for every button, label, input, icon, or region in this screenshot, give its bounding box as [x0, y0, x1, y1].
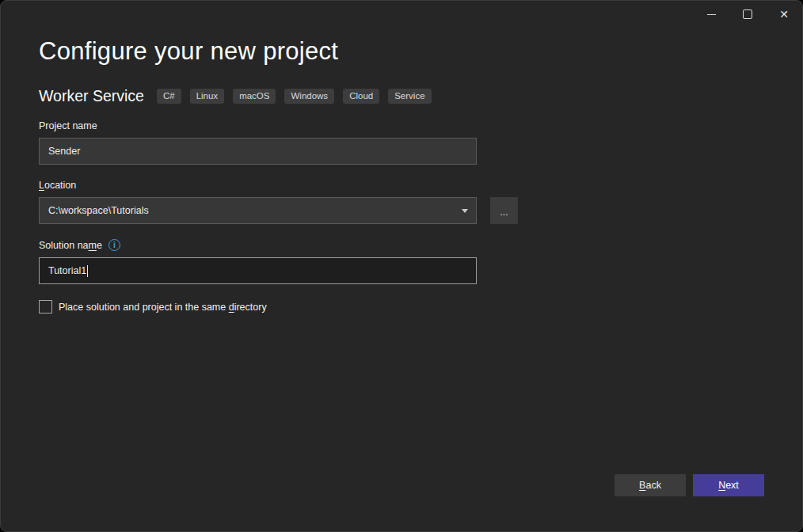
configure-project-dialog: ✕ Configure your new project Worker Serv…: [0, 0, 803, 532]
page-title: Configure your new project: [39, 37, 802, 66]
back-button[interactable]: Back: [615, 474, 686, 496]
location-value: C:\workspace\Tutorials: [48, 205, 149, 216]
project-name-value: Sender: [48, 146, 80, 157]
solution-name-input[interactable]: Tutorial1: [39, 257, 477, 284]
maximize-icon: [743, 10, 752, 19]
same-directory-row: Place solution and project in the same d…: [39, 300, 518, 314]
solution-name-value: Tutorial1: [48, 265, 86, 276]
tag-service: Service: [388, 89, 431, 104]
tag-csharp: C#: [157, 89, 181, 104]
close-button[interactable]: ✕: [766, 1, 802, 28]
tag-macos: macOS: [233, 89, 276, 104]
browse-location-button[interactable]: ...: [490, 197, 518, 224]
close-icon: ✕: [779, 9, 789, 20]
same-directory-checkbox[interactable]: [39, 300, 52, 314]
location-combobox[interactable]: C:\workspace\Tutorials: [39, 197, 477, 224]
template-row: Worker Service C# Linux macOS Windows Cl…: [39, 87, 764, 105]
next-button[interactable]: Next: [693, 474, 764, 496]
template-tags: C# Linux macOS Windows Cloud Service: [157, 89, 432, 104]
maximize-button[interactable]: [729, 1, 766, 28]
project-name-input[interactable]: Sender: [39, 138, 477, 165]
tag-cloud: Cloud: [343, 89, 379, 104]
project-config-form: Project name Sender Location C:\workspac…: [39, 120, 518, 314]
text-caret: [87, 265, 88, 277]
info-icon[interactable]: i: [108, 239, 120, 251]
template-name: Worker Service: [39, 87, 144, 105]
minimize-button[interactable]: [693, 1, 729, 28]
solution-name-label: Solution name i: [39, 239, 518, 251]
location-label: Location: [39, 180, 518, 191]
chevron-down-icon[interactable]: [462, 209, 468, 213]
titlebar: ✕: [1, 1, 802, 28]
same-directory-label[interactable]: Place solution and project in the same d…: [59, 302, 267, 313]
tag-linux: Linux: [190, 89, 225, 104]
footer-buttons: Back Next: [615, 474, 764, 496]
project-name-label: Project name: [39, 120, 518, 131]
minimize-icon: [707, 14, 716, 15]
ellipsis-icon: ...: [500, 207, 508, 217]
location-row: C:\workspace\Tutorials ...: [39, 197, 518, 224]
tag-windows: Windows: [284, 89, 334, 104]
